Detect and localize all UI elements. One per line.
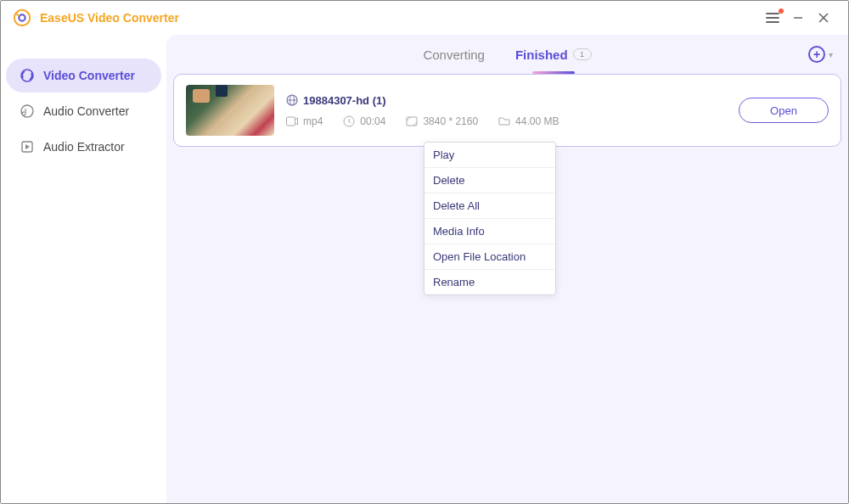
ctx-delete[interactable]: Delete xyxy=(424,168,555,193)
sidebar-item-audio-extractor[interactable]: Audio Extractor xyxy=(6,130,161,164)
sidebar-item-label: Audio Extractor xyxy=(43,140,125,154)
file-name: 19884307-hd (1) xyxy=(303,94,386,107)
tab-label: Finished xyxy=(515,48,568,62)
ctx-media-info[interactable]: Media Info xyxy=(424,219,555,244)
clock-icon xyxy=(343,115,355,127)
close-button[interactable] xyxy=(811,5,836,31)
menu-button[interactable] xyxy=(760,5,785,31)
app-title: EaseUS Video Converter xyxy=(40,11,179,25)
format-meta: mp4 xyxy=(286,115,323,127)
video-thumbnail xyxy=(186,85,274,136)
tab-converting[interactable]: Converting xyxy=(408,35,500,74)
titlebar: EaseUS Video Converter xyxy=(1,1,848,35)
close-icon xyxy=(818,12,829,24)
hamburger-icon xyxy=(766,12,779,24)
ctx-play[interactable]: Play xyxy=(424,143,555,168)
audio-extractor-icon xyxy=(20,139,35,154)
open-button[interactable]: Open xyxy=(739,98,829,123)
resolution-meta: 3840 * 2160 xyxy=(406,115,478,127)
folder-icon xyxy=(498,115,510,127)
svg-marker-11 xyxy=(25,144,30,149)
ctx-delete-all[interactable]: Delete All xyxy=(424,193,555,219)
video-converter-icon xyxy=(20,68,35,83)
minimize-button[interactable] xyxy=(785,5,811,31)
context-menu: Play Delete Delete All Media Info Open F… xyxy=(424,142,556,295)
sidebar-item-label: Audio Converter xyxy=(43,104,129,118)
resolution-icon xyxy=(406,115,418,127)
svg-rect-15 xyxy=(287,117,295,126)
source-icon xyxy=(286,94,298,106)
duration-meta: 00:04 xyxy=(343,115,385,127)
tab-label: Converting xyxy=(423,48,485,62)
finished-count-badge: 1 xyxy=(573,48,592,60)
svg-point-1 xyxy=(19,14,25,20)
sidebar-item-video-converter[interactable]: Video Converter xyxy=(6,59,161,92)
chevron-down-icon: ▾ xyxy=(829,50,833,59)
svg-point-0 xyxy=(14,10,30,25)
ctx-rename[interactable]: Rename xyxy=(424,270,555,294)
tabs: Converting Finished 1 + ▾ xyxy=(173,35,841,74)
ctx-open-location[interactable]: Open File Location xyxy=(424,244,555,270)
sidebar-item-label: Video Converter xyxy=(43,69,135,82)
svg-rect-17 xyxy=(407,117,417,126)
audio-converter-icon xyxy=(20,104,35,119)
size-meta: 44.00 MB xyxy=(498,115,559,127)
sidebar: Video Converter Audio Converter Audio Ex… xyxy=(1,35,166,503)
sidebar-item-audio-converter[interactable]: Audio Converter xyxy=(6,94,161,128)
app-logo-icon xyxy=(13,8,31,27)
minimize-icon xyxy=(792,12,804,24)
video-icon xyxy=(286,115,298,127)
tab-finished[interactable]: Finished 1 xyxy=(500,35,607,74)
plus-icon: + xyxy=(808,46,825,63)
file-card[interactable]: 19884307-hd (1) mp4 00:04 3840 * 2160 xyxy=(173,74,841,147)
file-info: 19884307-hd (1) mp4 00:04 3840 * 2160 xyxy=(274,94,739,127)
add-file-button[interactable]: + ▾ xyxy=(808,46,833,63)
